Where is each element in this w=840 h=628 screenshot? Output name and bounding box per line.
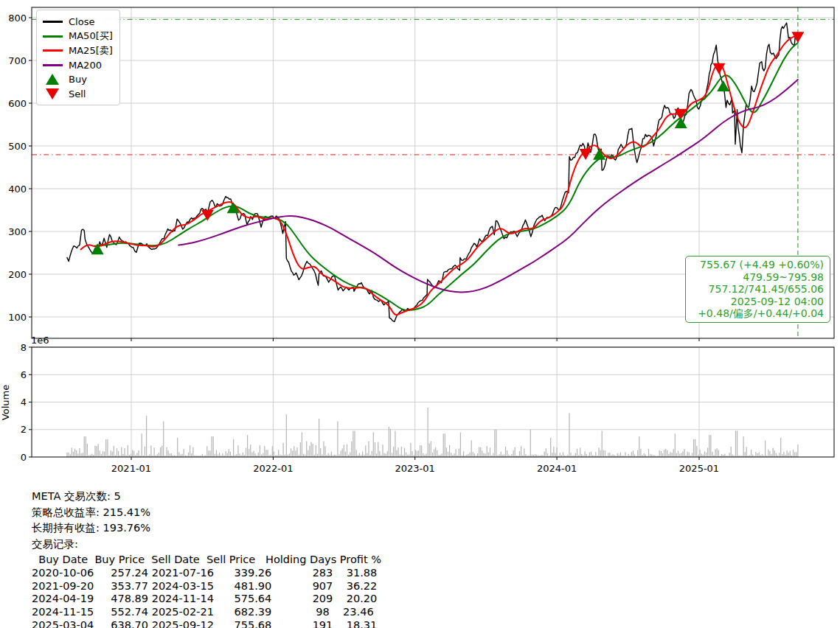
svg-text:2: 2 xyxy=(21,424,27,435)
legend-item-buy: Buy xyxy=(42,72,115,87)
close-line-icon xyxy=(42,21,63,23)
legend-item-close: Close xyxy=(42,15,115,29)
annotation-price-line: 755.67 (+4.49 +0.60%) xyxy=(692,259,824,271)
ma50-line-icon xyxy=(42,35,63,38)
svg-text:4: 4 xyxy=(21,397,27,408)
legend-item-sell: Sell xyxy=(42,87,115,102)
trade-records-table: Buy Date Buy Price Sell Date Sell Price … xyxy=(32,554,381,628)
annotation-ma-line: 757.12/741.45/655.06 xyxy=(692,283,824,296)
sell-triangle-icon xyxy=(42,88,63,100)
strategy-stats: META 交易次数: 5 策略总收益率: 215.41% 长期持有收益: 193… xyxy=(32,489,381,628)
svg-text:400: 400 xyxy=(8,184,27,195)
chart-legend: Close MA50[买] MA25[卖] MA200 Buy Sell xyxy=(36,10,120,105)
svg-text:300: 300 xyxy=(8,226,27,237)
trade-records-title: 交易记录: xyxy=(32,537,381,553)
legend-label: MA50[买] xyxy=(69,29,113,43)
svg-text:600: 600 xyxy=(8,98,27,109)
trade-count-line: META 交易次数: 5 xyxy=(32,489,381,505)
legend-item-ma200: MA200 xyxy=(42,58,115,73)
svg-text:500: 500 xyxy=(8,141,27,152)
svg-text:800: 800 xyxy=(8,13,27,24)
svg-text:700: 700 xyxy=(8,55,27,66)
annotation-bias-line: +0.48/偏多/+0.44/+0.04 xyxy=(692,307,824,320)
svg-text:2025-01: 2025-01 xyxy=(679,463,719,474)
annotation-range-line: 479.59~795.98 xyxy=(692,271,824,284)
svg-text:8: 8 xyxy=(21,342,27,353)
strategy-return-line: 策略总收益率: 215.41% xyxy=(32,505,381,521)
legend-item-ma25: MA25[卖] xyxy=(42,43,115,58)
svg-text:2022-01: 2022-01 xyxy=(253,463,293,474)
legend-label: Sell xyxy=(69,88,86,100)
ma25-line-icon xyxy=(42,49,63,52)
svg-text:Volume: Volume xyxy=(0,385,11,420)
trading-chart-page: 2021-012022-012023-012024-012025-0110020… xyxy=(0,0,840,628)
svg-text:1e6: 1e6 xyxy=(31,335,49,346)
svg-text:2024-01: 2024-01 xyxy=(537,463,577,474)
svg-text:0: 0 xyxy=(21,452,27,463)
svg-text:200: 200 xyxy=(8,269,27,280)
svg-text:6: 6 xyxy=(21,369,27,380)
buy-triangle-icon xyxy=(42,74,63,85)
svg-text:2021-01: 2021-01 xyxy=(111,463,151,474)
svg-text:2023-01: 2023-01 xyxy=(395,463,435,474)
legend-item-ma50: MA50[买] xyxy=(42,29,115,44)
price-volume-chart: 2021-012022-012023-012024-012025-0110020… xyxy=(0,0,840,486)
annotation-datetime-line: 2025-09-12 04:00 xyxy=(692,296,824,308)
quote-annotation-box: 755.67 (+4.49 +0.60%) 479.59~795.98 757.… xyxy=(685,256,830,323)
svg-text:100: 100 xyxy=(8,312,27,323)
holding-return-line: 长期持有收益: 193.76% xyxy=(32,520,381,537)
legend-label: MA200 xyxy=(69,60,102,71)
ma200-line-icon xyxy=(42,64,63,66)
legend-label: Close xyxy=(69,16,94,27)
legend-label: MA25[卖] xyxy=(69,44,113,57)
legend-label: Buy xyxy=(69,74,87,85)
